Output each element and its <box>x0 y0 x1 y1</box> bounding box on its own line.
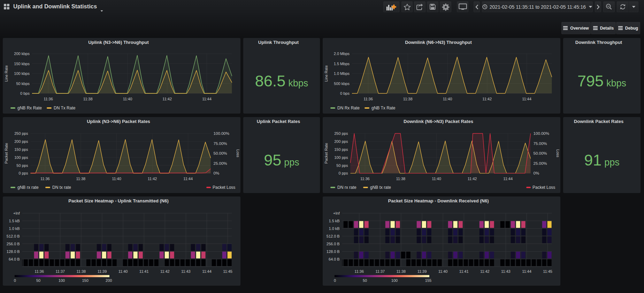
svg-text:11:44: 11:44 <box>522 269 531 273</box>
svg-text:200 kbps: 200 kbps <box>14 52 30 56</box>
svg-text:100.00%: 100.00% <box>214 131 229 136</box>
svg-text:11:39: 11:39 <box>98 269 107 273</box>
svg-text:11:38: 11:38 <box>403 97 413 101</box>
svg-text:100 pps: 100 pps <box>334 155 348 160</box>
svg-text:1.5 Mbps: 1.5 Mbps <box>334 62 350 66</box>
svg-text:gNB Rx Rate: gNB Rx Rate <box>17 106 42 110</box>
svg-text:128.0 B: 128.0 B <box>7 249 20 254</box>
svg-text:512.0 B: 512.0 B <box>7 234 20 238</box>
svg-text:11:43: 11:43 <box>501 269 511 273</box>
svg-text:150: 150 <box>82 278 88 283</box>
svg-text:1.0 kB: 1.0 kB <box>329 226 340 231</box>
svg-text:11:45: 11:45 <box>223 269 232 273</box>
svg-text:11:36: 11:36 <box>360 177 370 181</box>
svg-text:100 kbps: 100 kbps <box>14 71 30 76</box>
svg-text:11:41: 11:41 <box>139 269 149 273</box>
svg-text:11:41: 11:41 <box>459 269 469 273</box>
svg-text:11:44: 11:44 <box>183 177 193 181</box>
svg-text:155: 155 <box>425 278 431 283</box>
svg-text:75.00%: 75.00% <box>214 141 227 146</box>
svg-text:200: 200 <box>106 278 112 283</box>
svg-text:25.00%: 25.00% <box>534 161 547 165</box>
svg-text:11:38: 11:38 <box>397 269 406 273</box>
svg-text:0: 0 <box>14 278 16 283</box>
svg-text:11:45: 11:45 <box>543 269 552 273</box>
svg-text:11:43: 11:43 <box>181 269 191 273</box>
svg-text:11:42: 11:42 <box>482 97 492 101</box>
svg-text:11:39: 11:39 <box>417 269 427 273</box>
svg-text:50: 50 <box>363 278 367 283</box>
svg-text:11:36: 11:36 <box>44 97 53 101</box>
svg-text:+Inf: +Inf <box>333 211 340 215</box>
svg-text:11:38: 11:38 <box>396 177 406 181</box>
svg-text:gNB Tx Rate: gNB Tx Rate <box>371 106 396 110</box>
svg-text:11:40: 11:40 <box>432 177 441 181</box>
svg-text:250 pps: 250 pps <box>334 131 348 136</box>
svg-text:100: 100 <box>391 278 398 283</box>
svg-text:50 pps: 50 pps <box>336 163 348 168</box>
svg-text:50: 50 <box>36 278 40 283</box>
svg-text:11:38: 11:38 <box>76 177 86 181</box>
svg-text:11:36: 11:36 <box>34 269 44 273</box>
svg-text:75.00%: 75.00% <box>534 141 547 146</box>
svg-text:256.0 B: 256.0 B <box>7 242 20 246</box>
svg-text:1.5 kB: 1.5 kB <box>329 219 340 223</box>
svg-text:Line Rate: Line Rate <box>4 65 8 82</box>
svg-text:11:44: 11:44 <box>202 269 212 273</box>
svg-text:Packet Loss: Packet Loss <box>532 185 555 190</box>
svg-text:11:44: 11:44 <box>522 97 531 101</box>
svg-text:150 pps: 150 pps <box>334 147 348 152</box>
svg-text:0%: 0% <box>534 171 539 175</box>
svg-text:Packet Rate: Packet Rate <box>4 143 8 164</box>
svg-text:250 pps: 250 pps <box>14 131 28 136</box>
svg-text:0 pps: 0 pps <box>18 171 28 175</box>
svg-text:0 pps: 0 pps <box>338 171 348 175</box>
svg-text:Line Rate: Line Rate <box>324 65 328 82</box>
svg-text:256.0 B: 256.0 B <box>327 242 340 246</box>
svg-text:Loss: Loss <box>236 149 240 157</box>
svg-text:128.0 B: 128.0 B <box>327 249 340 254</box>
svg-text:11:40: 11:40 <box>112 177 121 181</box>
svg-text:DN Tx Rate: DN Tx Rate <box>54 106 76 110</box>
svg-text:+Inf: +Inf <box>13 211 20 215</box>
svg-text:11:38: 11:38 <box>83 97 93 101</box>
svg-text:100 pps: 100 pps <box>14 155 28 160</box>
svg-text:50 pps: 50 pps <box>16 163 28 168</box>
svg-text:11:42: 11:42 <box>162 97 172 101</box>
svg-text:150 kbps: 150 kbps <box>14 62 30 66</box>
svg-text:0 bps: 0 bps <box>340 91 350 95</box>
svg-text:512.0 B: 512.0 B <box>327 234 340 238</box>
svg-text:Loss: Loss <box>556 149 560 157</box>
svg-text:200 pps: 200 pps <box>14 139 28 144</box>
svg-text:Packet Loss: Packet Loss <box>213 185 235 190</box>
svg-text:50.00%: 50.00% <box>214 151 227 155</box>
svg-text:DN Rx Rate: DN Rx Rate <box>337 106 360 110</box>
svg-text:11:36: 11:36 <box>354 269 364 273</box>
svg-text:11:44: 11:44 <box>202 97 212 101</box>
svg-text:11:37: 11:37 <box>55 269 65 273</box>
svg-text:11:40: 11:40 <box>443 97 452 101</box>
svg-text:gNB rx rate: gNB rx rate <box>17 185 39 190</box>
svg-text:11:36: 11:36 <box>363 97 373 101</box>
svg-text:11:40: 11:40 <box>123 97 132 101</box>
svg-text:64.0 B: 64.0 B <box>329 257 340 261</box>
svg-text:1.0 Mbps: 1.0 Mbps <box>334 71 350 76</box>
svg-text:11:40: 11:40 <box>438 269 448 273</box>
svg-text:Packet Rate: Packet Rate <box>324 143 328 164</box>
svg-text:200 pps: 200 pps <box>334 139 348 144</box>
svg-text:100: 100 <box>59 278 65 283</box>
svg-text:100.00%: 100.00% <box>534 131 549 136</box>
svg-text:11:42: 11:42 <box>148 177 157 181</box>
svg-text:11:40: 11:40 <box>118 269 128 273</box>
svg-text:11:42: 11:42 <box>468 177 477 181</box>
svg-text:DN rx rate: DN rx rate <box>337 185 356 190</box>
svg-text:1.5 kB: 1.5 kB <box>9 219 20 223</box>
svg-text:500 kbps: 500 kbps <box>334 82 350 86</box>
svg-text:11:44: 11:44 <box>503 177 513 181</box>
svg-text:11:42: 11:42 <box>480 269 490 273</box>
svg-text:gNB tx rate: gNB tx rate <box>370 185 391 190</box>
svg-text:0: 0 <box>334 278 336 283</box>
svg-text:11:38: 11:38 <box>77 269 86 273</box>
svg-text:64.0 B: 64.0 B <box>9 257 20 261</box>
svg-text:50.00%: 50.00% <box>534 151 547 155</box>
